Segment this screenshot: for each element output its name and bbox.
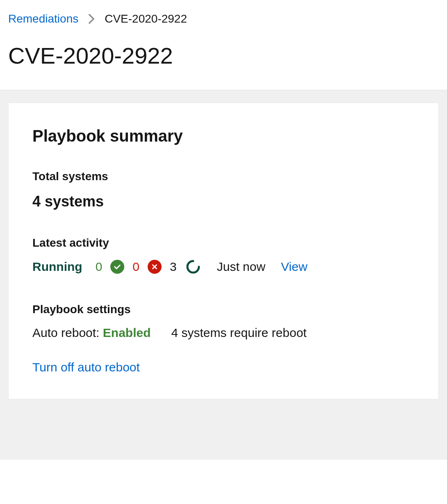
auto-reboot-status: Enabled — [103, 326, 151, 339]
pending-count: 3 — [170, 260, 177, 274]
breadcrumb-current: CVE-2020-2922 — [105, 12, 187, 25]
total-systems-label: Total systems — [32, 170, 415, 183]
toggle-auto-reboot-link[interactable]: Turn off auto reboot — [32, 360, 140, 374]
breadcrumb-parent-link[interactable]: Remediations — [8, 12, 78, 25]
activity-timestamp: Just now — [217, 260, 265, 274]
breadcrumb: Remediations CVE-2020-2922 — [8, 12, 439, 25]
playbook-summary-card: Playbook summary Total systems 4 systems… — [8, 103, 439, 399]
total-systems-value: 4 systems — [32, 193, 415, 210]
activity-row: Running 0 0 3 — [32, 259, 415, 274]
auto-reboot-info: Auto reboot: Enabled — [32, 326, 151, 340]
view-link[interactable]: View — [281, 260, 307, 274]
error-count: 0 — [132, 260, 139, 274]
success-count: 0 — [96, 260, 103, 274]
latest-activity-section: Latest activity Running 0 0 3 — [32, 236, 415, 274]
error-circle-icon — [148, 260, 162, 274]
page-header: Remediations CVE-2020-2922 CVE-2020-2922 — [0, 0, 447, 90]
auto-reboot-label: Auto reboot: — [32, 326, 103, 339]
playbook-settings-label: Playbook settings — [32, 303, 415, 316]
latest-activity-label: Latest activity — [32, 236, 415, 250]
reboot-required-text: 4 systems require reboot — [171, 326, 307, 340]
playbook-settings-section: Playbook settings Auto reboot: Enabled 4… — [32, 303, 415, 374]
settings-row: Auto reboot: Enabled 4 systems require r… — [32, 326, 415, 340]
status-text: Running — [32, 260, 82, 274]
content-area: Playbook summary Total systems 4 systems… — [0, 90, 447, 460]
spinner-icon — [186, 259, 201, 274]
card-title: Playbook summary — [32, 127, 415, 145]
total-systems-section: Total systems 4 systems — [32, 170, 415, 210]
check-circle-icon — [110, 260, 124, 274]
chevron-right-icon — [88, 14, 95, 24]
page-title: CVE-2020-2922 — [8, 42, 439, 69]
